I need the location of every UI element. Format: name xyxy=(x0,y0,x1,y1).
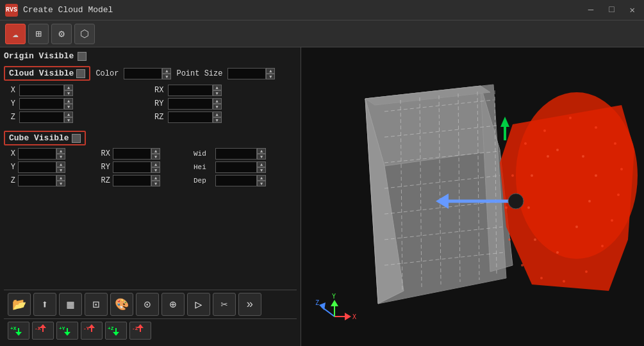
plus-y-button[interactable]: +Y xyxy=(56,322,78,340)
ry-down[interactable]: ▼ xyxy=(213,104,222,110)
x-input[interactable]: 0.000 xyxy=(19,85,64,96)
y-input[interactable]: 0.000 xyxy=(19,98,64,110)
x-down[interactable]: ▼ xyxy=(64,90,73,96)
scissors-button[interactable]: ✂ xyxy=(213,293,236,316)
cube-ry-up[interactable]: ▲ xyxy=(151,161,160,167)
cube-x-down[interactable]: ▼ xyxy=(56,154,65,160)
rx-up[interactable]: ▲ xyxy=(213,85,222,90)
app-icon: RVS xyxy=(5,4,18,17)
cube-y-down[interactable]: ▼ xyxy=(56,167,65,173)
cube-z-up[interactable]: ▲ xyxy=(56,175,65,181)
cube-z-input[interactable]: 50.000 xyxy=(18,175,56,186)
cube-ry-down[interactable]: ▼ xyxy=(151,167,160,173)
cube-rz-down[interactable]: ▼ xyxy=(151,181,160,186)
color-label: Color xyxy=(95,69,119,78)
scene-svg: Z X Y xyxy=(301,47,644,346)
wid-up[interactable]: ▲ xyxy=(257,148,266,154)
cloud-visible-label: Cloud Visible xyxy=(9,69,74,78)
close-button[interactable]: ✕ xyxy=(626,3,639,17)
wid-input[interactable]: 250.000 xyxy=(215,148,257,160)
svg-point-59 xyxy=(575,226,578,228)
movement-row: +X -X +Y xyxy=(4,318,297,342)
cube-y-input[interactable]: 0.000 xyxy=(18,161,56,173)
cube-rx-down[interactable]: ▼ xyxy=(151,154,160,160)
svg-point-58 xyxy=(588,200,591,202)
color-down-arrow[interactable]: ▼ xyxy=(162,74,171,79)
paint-button[interactable]: 🎨 xyxy=(110,293,133,316)
rz-up[interactable]: ▲ xyxy=(213,111,222,117)
shield-toolbar-btn[interactable]: ⬡ xyxy=(74,24,95,44)
tools-toolbar-btn[interactable]: ⚙ xyxy=(51,24,72,44)
expand-button[interactable]: » xyxy=(238,293,261,316)
cube-x-input[interactable]: 0.000 xyxy=(18,148,56,160)
rz-input[interactable]: 0.000 xyxy=(168,111,213,123)
wid-label: Wid xyxy=(194,150,213,158)
maximize-button[interactable]: □ xyxy=(605,3,618,17)
rx-down[interactable]: ▼ xyxy=(213,90,222,96)
upload-button[interactable]: ⬆ xyxy=(33,293,56,316)
grid-toolbar-btn[interactable]: ⊞ xyxy=(28,24,49,44)
svg-point-55 xyxy=(556,149,559,151)
cube-visible-checkbox[interactable] xyxy=(72,134,81,143)
z-input[interactable]: 0.000 xyxy=(19,111,64,123)
dep-down[interactable]: ▼ xyxy=(257,181,266,186)
main-layout: Origin Visible Cloud Visible Color 0 ▲ ▼… xyxy=(0,47,644,346)
axis-x-label: X xyxy=(352,313,356,320)
minimize-button[interactable]: — xyxy=(584,3,597,17)
hei-up[interactable]: ▲ xyxy=(257,161,266,167)
dots-button[interactable]: ⊙ xyxy=(136,293,159,316)
cube-x-up[interactable]: ▲ xyxy=(56,148,65,154)
cloud-toolbar-btn[interactable]: ☁ xyxy=(5,24,26,44)
ry-up[interactable]: ▲ xyxy=(213,98,222,104)
origin-visible-checkbox[interactable] xyxy=(78,52,87,61)
dep-up[interactable]: ▲ xyxy=(257,175,266,181)
cube-y-up[interactable]: ▲ xyxy=(56,161,65,167)
plus-x-button[interactable]: +X xyxy=(8,322,29,340)
z-down[interactable]: ▼ xyxy=(64,117,73,123)
point-size-label: Point Size xyxy=(176,69,222,78)
dep-input[interactable]: 100.000 xyxy=(215,175,257,186)
tools-toolbar: 📂 ⬆ ▦ ⊡ 🎨 ⊙ ⊕ ▷ ✂ » xyxy=(4,290,297,318)
cube-rx-input[interactable]: 0.000 xyxy=(113,148,151,160)
minus-y-button[interactable]: -Y xyxy=(81,322,103,340)
table-button[interactable]: ▦ xyxy=(59,293,82,316)
z-label: Z xyxy=(4,113,15,122)
ry-label: RY xyxy=(153,99,164,108)
crop-button[interactable]: ⊡ xyxy=(85,293,108,316)
ry-input[interactable]: 0.000 xyxy=(168,98,213,110)
axis-button[interactable]: ⊕ xyxy=(161,293,185,316)
minus-x-button[interactable]: -X xyxy=(32,322,54,340)
y-down[interactable]: ▼ xyxy=(64,104,73,110)
hei-down[interactable]: ▼ xyxy=(257,167,266,173)
point-size-down-arrow[interactable]: ▼ xyxy=(266,74,275,79)
dep-spinbox: 100.000 ▲ ▼ xyxy=(215,175,297,186)
cube-rx-up[interactable]: ▲ xyxy=(151,148,160,154)
cube-y-label: Y xyxy=(4,163,15,172)
cube-z-down[interactable]: ▼ xyxy=(56,181,65,186)
ry-arrows: ▲ ▼ xyxy=(213,98,222,110)
rx-input[interactable]: 0.000 xyxy=(168,85,213,96)
z-up[interactable]: ▲ xyxy=(64,111,73,117)
cube-rz-spinbox: 0.000 ▲ ▼ xyxy=(113,175,191,186)
color-input[interactable]: 0 xyxy=(124,68,162,79)
folder-open-button[interactable]: 📂 xyxy=(8,293,31,316)
rz-down[interactable]: ▼ xyxy=(213,117,222,123)
svg-point-61 xyxy=(534,238,536,241)
wid-down[interactable]: ▼ xyxy=(257,154,266,160)
cube-ry-input[interactable]: 0.000 xyxy=(113,161,151,173)
cube-fields: X 0.000 ▲ ▼ RX 0.000 ▲ ▼ Wid xyxy=(4,148,297,186)
hei-input[interactable]: 250.000 xyxy=(215,161,257,173)
plus-z-button[interactable]: +Z xyxy=(105,322,127,340)
cube-rz-up[interactable]: ▲ xyxy=(151,175,160,181)
cursor-button[interactable]: ▷ xyxy=(187,293,210,316)
3d-viewport[interactable]: Z X Y xyxy=(301,47,644,346)
point-size-up-arrow[interactable]: ▲ xyxy=(266,68,275,74)
origin-visible-label: Origin Visible xyxy=(4,51,74,61)
y-up[interactable]: ▲ xyxy=(64,98,73,104)
cube-rz-input[interactable]: 0.000 xyxy=(113,175,151,186)
cloud-visible-checkbox[interactable] xyxy=(76,69,85,78)
point-size-input[interactable]: 3.00 xyxy=(227,68,266,79)
minus-z-button[interactable]: -Z xyxy=(129,322,151,340)
color-up-arrow[interactable]: ▲ xyxy=(162,68,171,74)
x-up[interactable]: ▲ xyxy=(64,85,73,90)
